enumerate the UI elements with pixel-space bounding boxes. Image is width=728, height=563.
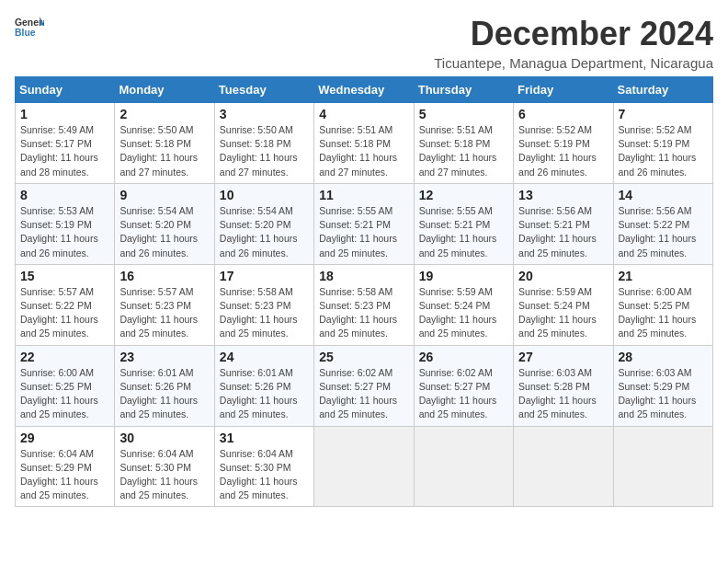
day-number: 5	[419, 107, 508, 121]
svg-text:Blue: Blue	[15, 28, 36, 38]
calendar-cell: 24Sunrise: 6:01 AMSunset: 5:26 PMDayligh…	[214, 345, 313, 426]
day-number: 14	[619, 188, 708, 202]
calendar-cell: 3Sunrise: 5:50 AMSunset: 5:18 PMDaylight…	[214, 103, 313, 184]
day-detail: Sunrise: 6:04 AMSunset: 5:30 PMDaylight:…	[220, 447, 309, 503]
day-number: 18	[319, 269, 408, 283]
day-detail: Sunrise: 6:03 AMSunset: 5:28 PMDaylight:…	[518, 366, 608, 422]
calendar-cell: 27Sunrise: 6:03 AMSunset: 5:28 PMDayligh…	[514, 345, 613, 426]
day-number: 24	[220, 350, 309, 364]
calendar-cell: 22Sunrise: 6:00 AMSunset: 5:25 PMDayligh…	[16, 345, 115, 426]
calendar-table: SundayMondayTuesdayWednesdayThursdayFrid…	[15, 76, 713, 507]
day-number: 22	[20, 350, 109, 364]
day-detail: Sunrise: 6:01 AMSunset: 5:26 PMDaylight:…	[220, 366, 309, 422]
day-detail: Sunrise: 5:50 AMSunset: 5:18 PMDaylight:…	[220, 123, 309, 179]
day-number: 12	[419, 188, 508, 202]
week-row-1: 1Sunrise: 5:49 AMSunset: 5:17 PMDaylight…	[16, 103, 713, 184]
day-detail: Sunrise: 5:51 AMSunset: 5:18 PMDaylight:…	[319, 123, 408, 179]
logo: General Blue	[15, 15, 44, 40]
col-header-wednesday: Wednesday	[314, 77, 414, 103]
day-number: 13	[518, 188, 608, 202]
day-detail: Sunrise: 5:55 AMSunset: 5:21 PMDaylight:…	[419, 204, 508, 260]
col-header-saturday: Saturday	[613, 77, 712, 103]
calendar-cell: 20Sunrise: 5:59 AMSunset: 5:24 PMDayligh…	[514, 264, 613, 345]
day-number: 30	[119, 431, 209, 445]
calendar-cell: 5Sunrise: 5:51 AMSunset: 5:18 PMDaylight…	[414, 103, 513, 184]
col-header-friday: Friday	[514, 77, 613, 103]
calendar-cell: 26Sunrise: 6:02 AMSunset: 5:27 PMDayligh…	[414, 345, 513, 426]
day-number: 15	[20, 269, 109, 283]
calendar-cell	[613, 426, 712, 507]
calendar-header-row: SundayMondayTuesdayWednesdayThursdayFrid…	[16, 77, 713, 103]
calendar-cell: 28Sunrise: 6:03 AMSunset: 5:29 PMDayligh…	[613, 345, 712, 426]
calendar-cell: 8Sunrise: 5:53 AMSunset: 5:19 PMDaylight…	[16, 183, 115, 264]
day-detail: Sunrise: 6:02 AMSunset: 5:27 PMDaylight:…	[319, 366, 408, 422]
calendar-cell: 19Sunrise: 5:59 AMSunset: 5:24 PMDayligh…	[414, 264, 513, 345]
day-detail: Sunrise: 5:57 AMSunset: 5:23 PMDaylight:…	[119, 285, 209, 341]
calendar-cell: 4Sunrise: 5:51 AMSunset: 5:18 PMDaylight…	[314, 103, 414, 184]
day-detail: Sunrise: 6:04 AMSunset: 5:30 PMDaylight:…	[119, 447, 209, 503]
day-detail: Sunrise: 5:58 AMSunset: 5:23 PMDaylight:…	[220, 285, 309, 341]
calendar-cell: 7Sunrise: 5:52 AMSunset: 5:19 PMDaylight…	[613, 103, 712, 184]
day-number: 10	[220, 188, 309, 202]
col-header-sunday: Sunday	[16, 77, 115, 103]
week-row-2: 8Sunrise: 5:53 AMSunset: 5:19 PMDaylight…	[16, 183, 713, 264]
day-number: 25	[319, 350, 408, 364]
day-detail: Sunrise: 6:04 AMSunset: 5:29 PMDaylight:…	[20, 447, 109, 503]
calendar-cell	[314, 426, 414, 507]
day-number: 27	[518, 350, 608, 364]
col-header-monday: Monday	[115, 77, 214, 103]
calendar-cell: 11Sunrise: 5:55 AMSunset: 5:21 PMDayligh…	[314, 183, 414, 264]
day-detail: Sunrise: 5:56 AMSunset: 5:21 PMDaylight:…	[518, 204, 608, 260]
week-row-4: 22Sunrise: 6:00 AMSunset: 5:25 PMDayligh…	[16, 345, 713, 426]
day-detail: Sunrise: 5:49 AMSunset: 5:17 PMDaylight:…	[20, 123, 109, 179]
day-number: 26	[419, 350, 508, 364]
day-detail: Sunrise: 5:57 AMSunset: 5:22 PMDaylight:…	[20, 285, 109, 341]
day-detail: Sunrise: 5:54 AMSunset: 5:20 PMDaylight:…	[220, 204, 309, 260]
calendar-cell: 23Sunrise: 6:01 AMSunset: 5:26 PMDayligh…	[115, 345, 214, 426]
day-detail: Sunrise: 5:51 AMSunset: 5:18 PMDaylight:…	[419, 123, 508, 179]
day-detail: Sunrise: 5:59 AMSunset: 5:24 PMDaylight:…	[518, 285, 608, 341]
title-section: December 2024 Ticuantepe, Managua Depart…	[434, 15, 713, 71]
day-number: 28	[619, 350, 708, 364]
day-detail: Sunrise: 5:53 AMSunset: 5:19 PMDaylight:…	[20, 204, 109, 260]
day-number: 3	[220, 107, 309, 121]
day-number: 20	[518, 269, 608, 283]
calendar-cell: 2Sunrise: 5:50 AMSunset: 5:18 PMDaylight…	[115, 103, 214, 184]
calendar-cell: 31Sunrise: 6:04 AMSunset: 5:30 PMDayligh…	[214, 426, 313, 507]
day-detail: Sunrise: 5:50 AMSunset: 5:18 PMDaylight:…	[119, 123, 209, 179]
day-detail: Sunrise: 5:58 AMSunset: 5:23 PMDaylight:…	[319, 285, 408, 341]
day-detail: Sunrise: 6:00 AMSunset: 5:25 PMDaylight:…	[619, 285, 708, 341]
calendar-cell: 14Sunrise: 5:56 AMSunset: 5:22 PMDayligh…	[613, 183, 712, 264]
week-row-3: 15Sunrise: 5:57 AMSunset: 5:22 PMDayligh…	[16, 264, 713, 345]
day-number: 7	[619, 107, 708, 121]
logo-icon: General Blue	[15, 15, 44, 40]
calendar-cell: 16Sunrise: 5:57 AMSunset: 5:23 PMDayligh…	[115, 264, 214, 345]
day-detail: Sunrise: 5:52 AMSunset: 5:19 PMDaylight:…	[619, 123, 708, 179]
week-row-5: 29Sunrise: 6:04 AMSunset: 5:29 PMDayligh…	[16, 426, 713, 507]
col-header-thursday: Thursday	[414, 77, 513, 103]
location-title: Ticuantepe, Managua Department, Nicaragu…	[434, 55, 713, 71]
calendar-cell: 13Sunrise: 5:56 AMSunset: 5:21 PMDayligh…	[514, 183, 613, 264]
page-header: General Blue December 2024 Ticuantepe, M…	[15, 15, 713, 71]
calendar-cell: 30Sunrise: 6:04 AMSunset: 5:30 PMDayligh…	[115, 426, 214, 507]
day-detail: Sunrise: 5:54 AMSunset: 5:20 PMDaylight:…	[119, 204, 209, 260]
day-number: 9	[119, 188, 209, 202]
day-detail: Sunrise: 6:01 AMSunset: 5:26 PMDaylight:…	[119, 366, 209, 422]
day-number: 23	[119, 350, 209, 364]
day-number: 21	[619, 269, 708, 283]
calendar-cell: 6Sunrise: 5:52 AMSunset: 5:19 PMDaylight…	[514, 103, 613, 184]
day-detail: Sunrise: 5:52 AMSunset: 5:19 PMDaylight:…	[518, 123, 608, 179]
calendar-cell	[514, 426, 613, 507]
day-number: 6	[518, 107, 608, 121]
col-header-tuesday: Tuesday	[214, 77, 313, 103]
day-detail: Sunrise: 5:59 AMSunset: 5:24 PMDaylight:…	[419, 285, 508, 341]
calendar-cell: 18Sunrise: 5:58 AMSunset: 5:23 PMDayligh…	[314, 264, 414, 345]
calendar-cell: 15Sunrise: 5:57 AMSunset: 5:22 PMDayligh…	[16, 264, 115, 345]
day-number: 4	[319, 107, 408, 121]
calendar-cell: 1Sunrise: 5:49 AMSunset: 5:17 PMDaylight…	[16, 103, 115, 184]
calendar-cell: 10Sunrise: 5:54 AMSunset: 5:20 PMDayligh…	[214, 183, 313, 264]
day-detail: Sunrise: 6:02 AMSunset: 5:27 PMDaylight:…	[419, 366, 508, 422]
calendar-cell: 21Sunrise: 6:00 AMSunset: 5:25 PMDayligh…	[613, 264, 712, 345]
day-number: 19	[419, 269, 508, 283]
day-number: 16	[119, 269, 209, 283]
